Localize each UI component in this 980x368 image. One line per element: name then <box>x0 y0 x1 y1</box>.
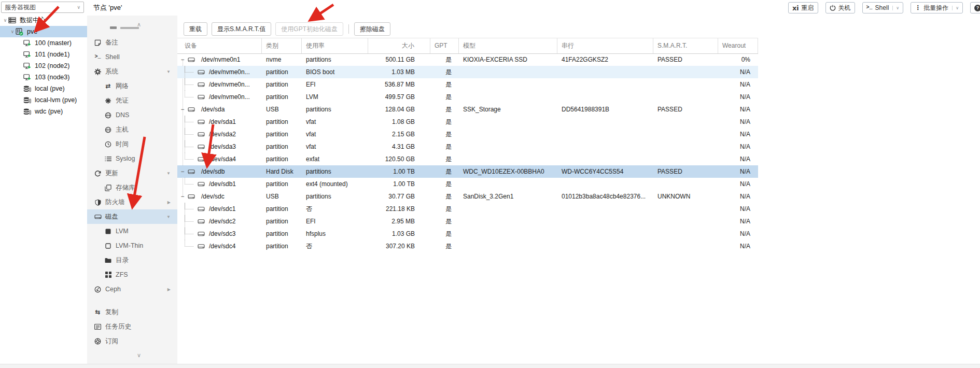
gpt-cell: 是 <box>430 116 459 128</box>
item-button[interactable]: 擦除磁盘 <box>354 22 390 36</box>
shell-button[interactable]: >_Shell∨ <box>862 2 904 13</box>
column-header-item[interactable]: 使用率 <box>302 38 368 53</box>
table-row-dev-sdb1[interactable]: /dev/sdb1partitionext4 (mounted)1.00 TB是… <box>177 178 758 190</box>
sidebar-item-item[interactable]: 磁盘▼ <box>87 209 177 224</box>
chevron-down-icon: ▼ <box>166 69 171 74</box>
tree-elbow <box>185 203 193 209</box>
type-cell: partition <box>262 178 302 190</box>
sidebar-item-item[interactable]: 时间 <box>87 137 177 151</box>
smart-cell <box>653 215 718 228</box>
vm-icon <box>23 63 33 69</box>
type-cell: partition <box>262 116 302 128</box>
tree-item-wdc-pve[interactable]: wdc (pve) <box>0 106 87 117</box>
collapse-toggle-icon[interactable]: − <box>179 53 186 66</box>
sidebar-item-item[interactable]: ⇆复制 <box>87 305 177 319</box>
sidebar-item-item[interactable]: 凭证 <box>87 93 177 108</box>
sidebar-item-zfs[interactable]: ZFS <box>87 267 177 282</box>
sidebar-item-item[interactable]: 系统▼ <box>87 64 177 79</box>
disk-icon <box>198 119 205 125</box>
tree-item-pve[interactable]: ∨pve <box>0 26 87 37</box>
sidebar-item-item[interactable]: 订阅 <box>87 334 177 348</box>
sidebar-item-lvm[interactable]: LVM <box>87 224 177 238</box>
item-button[interactable]: 关机 <box>825 2 855 13</box>
serial-cell <box>557 91 653 103</box>
sidebar-item-label: 主机 <box>116 125 129 134</box>
table-row-dev-sdc1[interactable]: /dev/sdc1partition否221.18 KB是N/A <box>177 203 758 215</box>
sidebar-item-item[interactable]: 主机 <box>87 122 177 137</box>
tree-item-local-pve[interactable]: local (pve) <box>0 83 87 94</box>
disk-icon <box>198 181 205 187</box>
column-header-item[interactable]: 串行 <box>557 38 653 53</box>
scroll-down-icon[interactable]: ∨ <box>137 352 141 358</box>
tree-elbow <box>185 116 193 122</box>
table-row-dev-sda1[interactable]: /dev/sda1partitionvfat1.08 GB是N/A <box>177 116 758 128</box>
column-header-item[interactable]: 类别 <box>262 38 302 53</box>
column-header-gpt[interactable]: GPT <box>430 38 459 53</box>
smart-cell: PASSED <box>653 165 718 178</box>
disk-icon <box>188 193 195 200</box>
table-row-dev-sda2[interactable]: /dev/sda2partitionvfat2.15 GB是N/A <box>177 128 758 140</box>
tree-item-100-master[interactable]: 100 (master) <box>0 37 87 49</box>
table-row-dev-sda3[interactable]: /dev/sda3partitionvfat4.31 GB是N/A <box>177 140 758 153</box>
table-row-dev-nvme0n[interactable]: /dev/nvme0n...partitionBIOS boot1.03 MB是… <box>177 66 758 78</box>
collapse-toggle-icon[interactable]: − <box>179 165 186 178</box>
tree-item-103-node3[interactable]: 103 (node3) <box>0 72 87 83</box>
sidebar-item-item[interactable]: 目录 <box>87 253 177 267</box>
size-cell: 2.15 GB <box>368 128 430 140</box>
tree-expander-icon[interactable]: ∨ <box>2 18 8 23</box>
tree-expander-icon[interactable]: ∨ <box>9 29 16 34</box>
sidebar-item-dns[interactable]: DNS <box>87 108 177 122</box>
tree-item-local-lvm-pve[interactable]: local-lvm (pve) <box>0 94 87 106</box>
table-row-dev-sdb[interactable]: −/dev/sdbHard Diskpartitions1.00 TB是WDC_… <box>177 165 758 178</box>
device-cell: /dev/sda1 <box>177 116 262 128</box>
sidebar-item-item[interactable]: 存储库 <box>87 180 177 195</box>
sidebar-item-item[interactable]: ⇄网络 <box>87 79 177 93</box>
column-header-item[interactable]: 模型 <box>459 38 557 53</box>
table-row-dev-nvme0n[interactable]: /dev/nvme0n...partitionLVM499.57 GB是N/A <box>177 91 758 103</box>
page-title: 节点 'pve' <box>93 0 122 16</box>
column-header-item[interactable]: 设备 <box>177 38 262 53</box>
view-selector[interactable]: 服务器视图 ∨ <box>1 2 84 13</box>
table-row-dev-sdc[interactable]: −/dev/sdcUSBpartitions30.77 GB是SanDisk_3… <box>177 190 758 203</box>
collapse-toggle-icon[interactable]: − <box>179 103 186 116</box>
table-row-dev-sda4[interactable]: /dev/sda4partitionexfat120.50 GB是N/A <box>177 153 758 165</box>
table-row-dev-sdc2[interactable]: /dev/sdc2partitionEFI2.95 MB是N/A <box>177 215 758 228</box>
sidebar-item-item[interactable]: 更新▼ <box>87 166 177 180</box>
sidebar-item-item[interactable]: 防火墙▶ <box>87 195 177 209</box>
table-row-dev-sda[interactable]: −/dev/sdaUSBpartitions128.04 GB是SSK_Stor… <box>177 103 758 116</box>
column-header-wearout[interactable]: Wearout <box>718 38 758 53</box>
column-header-item[interactable]: 大小 <box>368 38 430 53</box>
device-cell: /dev/sda3 <box>177 140 262 153</box>
device-cell: /dev/nvme0n... <box>177 78 262 91</box>
device-name: /dev/sdc3 <box>209 228 235 240</box>
serial-cell <box>557 228 653 240</box>
item-button[interactable]: ?帮助 <box>970 2 980 13</box>
sidebar-item-item[interactable]: 任务历史 <box>87 319 177 334</box>
tree-item-item[interactable]: ∨数据中心 <box>0 15 87 26</box>
tree-elbow <box>185 78 193 85</box>
tree-item-101-node1[interactable]: 101 (node1) <box>0 49 87 60</box>
gear-icon <box>93 68 102 75</box>
item-button[interactable]: ⅺ重启 <box>788 2 818 13</box>
table-row-dev-sdc4[interactable]: /dev/sdc4partition否307.20 KB是N/A <box>177 240 758 252</box>
replicate-icon: ⇆ <box>93 309 102 315</box>
clipped-menu-item-fragment <box>110 26 117 29</box>
serial-cell: WD-WCC6Y4CC5S54 <box>557 165 653 178</box>
s-m-a-r-t-button[interactable]: 显示S.M.A.R.T.值 <box>212 22 271 36</box>
tree-item-102-node2[interactable]: 102 (node2) <box>0 60 87 72</box>
sidebar-item-lvm-thin[interactable]: LVM-Thin <box>87 238 177 253</box>
sidebar-item-syslog[interactable]: Syslog <box>87 151 177 166</box>
collapse-toggle-icon[interactable]: − <box>179 190 186 203</box>
table-row-dev-nvme0n[interactable]: /dev/nvme0n...partitionEFI536.87 MB是N/A <box>177 78 758 91</box>
sidebar-item-ceph[interactable]: Ceph▶ <box>87 282 177 296</box>
column-header-s-m-a-r-t[interactable]: S.M.A.R.T. <box>653 38 718 53</box>
sidebar-item-item[interactable]: 备注 <box>87 35 177 50</box>
sidebar-item-label: 存储库 <box>116 183 135 192</box>
table-row-dev-nvme0n1[interactable]: −/dev/nvme0n1nvmepartitions500.11 GB是KIO… <box>177 53 758 66</box>
item-button[interactable]: ⋮批量操作∨ <box>911 2 963 13</box>
item-button[interactable]: 重载 <box>184 22 207 36</box>
sidebar-item-shell[interactable]: >_Shell <box>87 50 177 64</box>
size-cell: 1.00 TB <box>368 178 430 190</box>
usage-cell: partitions <box>302 165 368 178</box>
table-row-dev-sdc3[interactable]: /dev/sdc3partitionhfsplus1.03 GB是N/A <box>177 228 758 240</box>
